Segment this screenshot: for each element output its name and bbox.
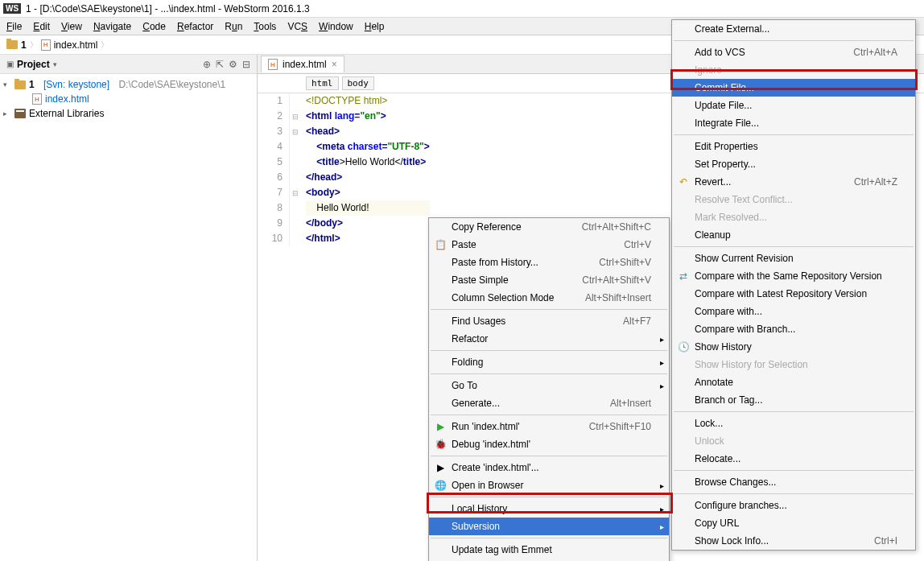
project-title: Project <box>17 59 50 70</box>
menu-item[interactable]: Commit File... <box>672 79 915 97</box>
project-tool-window: ▣ Project ▾ ⊕ ⇱ ⚙ ⊟ ▾ 1 [Svn: keystone] … <box>0 55 258 561</box>
menu-item[interactable]: Update tag with Emmet <box>429 541 669 559</box>
titlebar: WS 1 - [D:\Code\SAE\keystone\1] - ...\in… <box>0 0 924 18</box>
menu-item[interactable]: Column Selection ModeAlt+Shift+Insert <box>429 289 669 307</box>
menu-item[interactable]: Find UsagesAlt+F7 <box>429 312 669 330</box>
expand-icon[interactable]: ▸ <box>3 109 11 118</box>
menu-item[interactable]: Configure branches... <box>672 497 915 514</box>
menu-navigate[interactable]: Navigate <box>93 21 131 32</box>
menu-item[interactable]: ⇄Compare with the Same Repository Versio… <box>672 267 915 285</box>
chevron-right-icon: 〉 <box>101 39 109 51</box>
editor-context-menu: Copy ReferenceCtrl+Alt+Shift+C📋PasteCtrl… <box>428 217 670 561</box>
fold-gutter: ⊟⊟⊟ <box>290 93 301 246</box>
menu-item[interactable]: ▶Create 'index.html'... <box>429 459 669 476</box>
app-icon: WS <box>3 3 21 14</box>
breadcrumb-body[interactable]: body <box>342 76 375 90</box>
menu-file[interactable]: File <box>6 21 22 32</box>
tree-file[interactable]: H index.html <box>3 92 254 106</box>
window-title: 1 - [D:\Code\SAE\keystone\1] - ...\index… <box>26 3 310 14</box>
menu-item[interactable]: Compare with... <box>672 303 915 320</box>
html-file-icon: H <box>268 59 278 70</box>
menu-tools[interactable]: Tools <box>254 21 276 32</box>
collapse-all-icon[interactable]: ⇱ <box>216 59 224 70</box>
menu-item[interactable]: Relocate... <box>672 450 915 468</box>
line-gutter: 12345678910 <box>258 93 290 246</box>
menu-item[interactable]: 🐞Debug 'index.html' <box>429 435 669 453</box>
breadcrumb-html[interactable]: html <box>306 76 339 90</box>
menu-item: Ignore <box>672 61 915 79</box>
menu-item[interactable]: Copy URL <box>672 514 915 532</box>
menu-item[interactable]: ▶Run 'index.html'Ctrl+Shift+F10 <box>429 418 669 435</box>
menu-item: Show History for Selection <box>672 356 915 373</box>
menu-item[interactable]: 📋PasteCtrl+V <box>429 236 669 254</box>
nav-crumb-file[interactable]: H index.html 〉 <box>41 39 109 51</box>
menu-item[interactable]: Branch or Tag... <box>672 391 915 409</box>
menu-code[interactable]: Code <box>142 21 166 32</box>
menu-item[interactable]: Subversion▸ <box>429 518 669 535</box>
editor-tab[interactable]: H index.html × <box>261 56 344 72</box>
hide-icon[interactable]: ⊟ <box>242 59 250 70</box>
menu-view[interactable]: View <box>61 21 82 32</box>
menu-item[interactable]: Cleanup <box>672 226 915 244</box>
menu-run[interactable]: Run <box>225 21 242 32</box>
menu-item[interactable]: Copy ReferenceCtrl+Alt+Shift+C <box>429 218 669 236</box>
menu-item[interactable]: 🕓Show History <box>672 338 915 356</box>
menu-item[interactable]: Update File... <box>672 97 915 114</box>
menu-item[interactable]: Paste from History...Ctrl+Shift+V <box>429 254 669 271</box>
menu-item[interactable]: Local History▸ <box>429 500 669 518</box>
dropdown-icon[interactable]: ▾ <box>53 60 57 68</box>
menu-item[interactable]: Lock... <box>672 415 915 432</box>
folder-icon <box>6 40 18 49</box>
folder-icon <box>14 80 26 89</box>
menu-item[interactable]: Go To▸ <box>429 377 669 394</box>
libraries-icon <box>14 109 26 118</box>
menu-item[interactable]: Set Property... <box>672 155 915 173</box>
autoscroll-icon[interactable]: ⊕ <box>203 59 211 70</box>
settings-gear-icon[interactable]: ⚙ <box>229 59 237 70</box>
menu-item: Resolve Text Conflict... <box>672 191 915 208</box>
nav-crumb-folder[interactable]: 1 〉 <box>6 39 38 51</box>
project-collapse-icon[interactable]: ▣ <box>6 60 14 68</box>
close-icon[interactable]: × <box>332 59 337 70</box>
subversion-submenu: Create External...Add to VCSCtrl+Alt+AIg… <box>671 19 916 551</box>
menu-item[interactable]: Compare with Latest Repository Version <box>672 285 915 303</box>
menu-item[interactable]: ↶Revert...Ctrl+Alt+Z <box>672 173 915 191</box>
menu-item[interactable]: Refactor▸ <box>429 330 669 348</box>
menu-item[interactable]: Compare with Branch... <box>672 320 915 338</box>
menu-item[interactable]: 🌐Open in Browser▸ <box>429 476 669 494</box>
menu-vcs[interactable]: VCS <box>287 21 307 32</box>
html-file-icon: H <box>41 39 51 51</box>
menu-item[interactable]: Show Lock Info...Ctrl+I <box>672 532 915 550</box>
menu-item[interactable]: Integrate File... <box>672 114 915 132</box>
menu-item[interactable]: Paste SimpleCtrl+Alt+Shift+V <box>429 271 669 289</box>
chevron-right-icon: 〉 <box>30 39 38 51</box>
tree-external-libs[interactable]: ▸ External Libraries <box>3 106 254 121</box>
menu-item: Mark Resolved... <box>672 208 915 226</box>
menu-help[interactable]: Help <box>365 21 385 32</box>
menu-item: Unlock <box>672 432 915 450</box>
menu-item[interactable]: Generate...Alt+Insert <box>429 394 669 412</box>
menu-item[interactable]: Annotate <box>672 373 915 391</box>
menu-refactor[interactable]: Refactor <box>177 21 213 32</box>
menu-item[interactable]: Folding▸ <box>429 353 669 371</box>
html-file-icon: H <box>32 93 42 105</box>
menu-window[interactable]: Window <box>319 21 353 32</box>
menu-item[interactable]: Edit Properties <box>672 138 915 155</box>
menu-edit[interactable]: Edit <box>33 21 50 32</box>
expand-icon[interactable]: ▾ <box>3 80 11 89</box>
menu-item[interactable]: Browse Changes... <box>672 473 915 491</box>
menu-item[interactable]: Create External... <box>672 20 915 38</box>
menu-item[interactable]: Add to VCSCtrl+Alt+A <box>672 43 915 61</box>
tree-root[interactable]: ▾ 1 [Svn: keystone] D:\Code\SAE\keystone… <box>3 77 254 92</box>
menu-item[interactable]: Show Current Revision <box>672 250 915 267</box>
